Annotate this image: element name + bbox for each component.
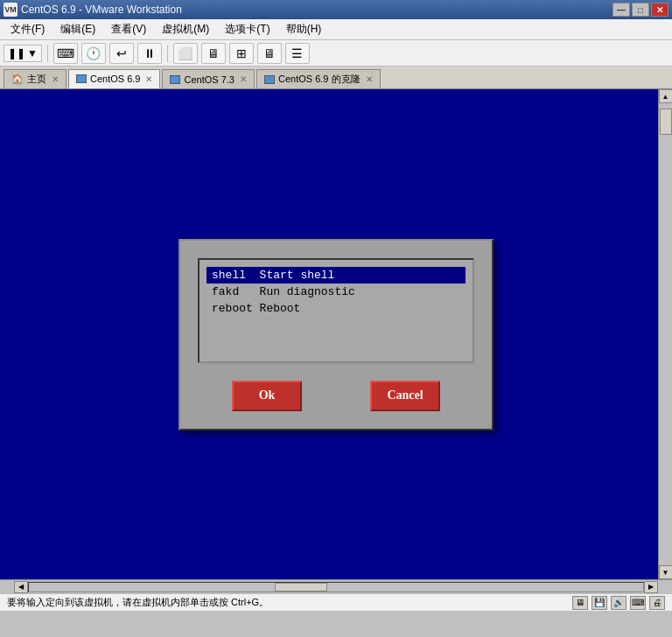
dialog-buttons: Ok Cancel — [198, 381, 474, 411]
horizontal-scrollbar[interactable]: ◀ ▶ — [0, 579, 672, 593]
tab-centos69-clone-label: CentOS 6.9 的克隆 — [278, 73, 360, 86]
app-icon: VM — [4, 3, 18, 17]
tab-centos69[interactable]: CentOS 6.9 ✕ — [68, 69, 160, 88]
status-icon-5: 🖨 — [649, 596, 665, 610]
tab-centos73-label: CentOS 7.3 — [184, 74, 234, 85]
status-icon-2: 💾 — [592, 596, 607, 610]
toolbar-send-ctrlaltdel[interactable]: ⌨ — [53, 43, 78, 64]
toolbar-fullscreen[interactable]: ⬜ — [173, 43, 198, 64]
status-text: 要将输入定向到该虚拟机，请在虚拟机内部单击或按 Ctrl+G。 — [7, 596, 269, 609]
menu-tab[interactable]: 选项卡(T) — [218, 20, 276, 38]
tab-home[interactable]: 🏠 主页 ✕ — [4, 69, 66, 88]
list-item-shell[interactable]: shell Start shell — [206, 267, 466, 284]
home-icon: 🏠 — [11, 74, 24, 85]
toolbar-revert[interactable]: ↩ — [109, 43, 134, 64]
scroll-right-arrow[interactable]: ▶ — [644, 581, 658, 593]
status-bar: 要将输入定向到该虚拟机，请在虚拟机内部单击或按 Ctrl+G。 🖥 💾 🔊 ⌨ … — [0, 593, 672, 611]
vm-icon-centos69 — [76, 74, 87, 83]
tab-centos73[interactable]: CentOS 7.3 ✕ — [162, 69, 254, 88]
close-button[interactable]: ✕ — [651, 3, 668, 17]
scroll-up-arrow[interactable]: ▲ — [659, 89, 673, 103]
menu-help[interactable]: 帮助(H) — [279, 20, 329, 38]
title-bar: VM CentOS 6.9 - VMware Workstation — □ ✕ — [0, 0, 672, 19]
menu-edit[interactable]: 编辑(E) — [53, 20, 102, 38]
toolbar-sep-2 — [167, 45, 168, 62]
scroll-down-arrow[interactable]: ▼ — [659, 565, 673, 579]
vm-icon-clone — [264, 75, 275, 84]
h-scroll-thumb[interactable] — [275, 583, 327, 592]
toolbar-suspend[interactable]: ⏸ — [137, 43, 162, 64]
tab-centos69-close[interactable]: ✕ — [145, 74, 152, 84]
list-item-fakd[interactable]: fakd Run diagnostic — [206, 284, 466, 300]
toolbar-snapshot[interactable]: 🕐 — [81, 43, 106, 64]
vm-display[interactable]: ▲ ▼ shell Start shell fakd Run diagnosti… — [0, 89, 672, 579]
maximize-button[interactable]: □ — [632, 3, 649, 17]
scroll-thumb[interactable] — [660, 108, 672, 135]
pause-dropdown-icon: ▼ — [27, 47, 38, 60]
tab-centos73-close[interactable]: ✕ — [240, 74, 247, 84]
cancel-button[interactable]: Cancel — [370, 381, 440, 411]
menu-view[interactable]: 查看(V) — [104, 20, 153, 38]
tab-home-label: 主页 — [27, 73, 46, 86]
tab-home-close[interactable]: ✕ — [52, 74, 59, 84]
h-scroll-track[interactable] — [28, 582, 644, 592]
pause-icon: ❚❚ — [8, 47, 25, 60]
tab-clone-close[interactable]: ✕ — [366, 74, 373, 84]
status-icon-1: 🖥 — [572, 596, 588, 610]
tab-bar: 🏠 主页 ✕ CentOS 6.9 ✕ CentOS 7.3 ✕ CentOS … — [0, 66, 672, 89]
tab-centos69-label: CentOS 6.9 — [90, 74, 140, 84]
status-icon-4: ⌨ — [630, 596, 646, 610]
tab-centos69-clone[interactable]: CentOS 6.9 的克隆 ✕ — [256, 69, 381, 88]
window-title: CentOS 6.9 - VMware Workstation — [21, 4, 609, 16]
menu-vm[interactable]: 虚拟机(M) — [155, 20, 216, 38]
status-icon-3: 🔊 — [611, 596, 626, 610]
list-item-reboot[interactable]: reboot Reboot — [206, 300, 466, 317]
scroll-left-arrow[interactable]: ◀ — [14, 581, 28, 593]
toolbar-unity[interactable]: 🖥 — [201, 43, 226, 64]
pause-button[interactable]: ❚❚ ▼ — [4, 45, 42, 62]
dialog-box: shell Start shell fakd Run diagnostic re… — [178, 239, 494, 430]
dialog-list[interactable]: shell Start shell fakd Run diagnostic re… — [198, 258, 474, 363]
status-icons: 🖥 💾 🔊 ⌨ 🖨 — [572, 596, 665, 610]
ok-button[interactable]: Ok — [232, 381, 302, 411]
toolbar-sep-1 — [47, 45, 48, 62]
vertical-scrollbar[interactable]: ▲ ▼ — [658, 89, 672, 579]
menu-bar: 文件(F) 编辑(E) 查看(V) 虚拟机(M) 选项卡(T) 帮助(H) — [0, 19, 672, 40]
menu-file[interactable]: 文件(F) — [4, 20, 52, 38]
vm-icon-centos73 — [170, 75, 180, 84]
toolbar: ❚❚ ▼ ⌨ 🕐 ↩ ⏸ ⬜ 🖥 ⊞ 🖥 ☰ — [0, 40, 672, 66]
window-controls: — □ ✕ — [612, 3, 668, 17]
toolbar-monitor[interactable]: 🖥 — [257, 43, 282, 64]
minimize-button[interactable]: — — [612, 3, 630, 17]
toolbar-view[interactable]: ⊞ — [229, 43, 254, 64]
toolbar-options[interactable]: ☰ — [285, 43, 310, 64]
